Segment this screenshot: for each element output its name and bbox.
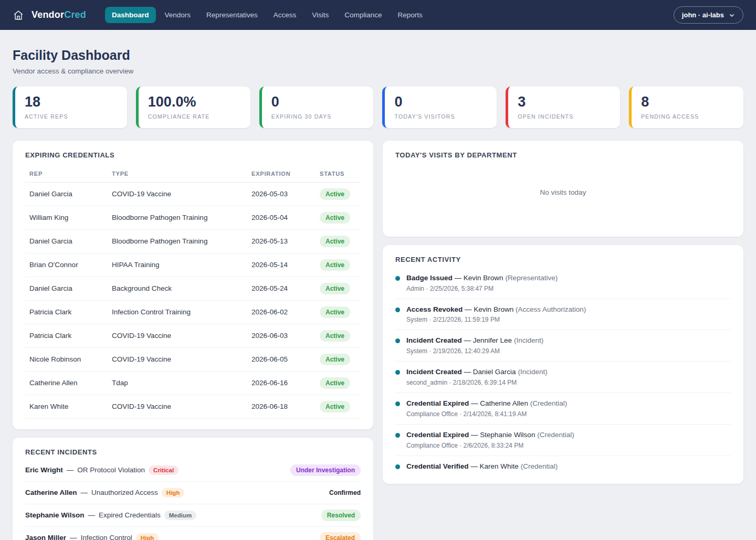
recent-incidents-card: RECENT INCIDENTS Eric Wright — OR Protoc… [13,438,373,540]
activity-entity-type: (Credential) [537,431,574,439]
activity-item: Incident Created — Jennifer Lee (Inciden… [395,330,731,362]
cell-rep: Karen White [29,403,112,410]
column-header-expiration: EXPIRATION [251,171,320,177]
nav-item[interactable]: Representatives [200,7,265,23]
cell-expiration: 2026-06-02 [251,308,320,316]
table-row: Nicole Robinson COVID-19 Vaccine 2026-06… [25,348,361,372]
incident-dash: — [81,489,88,496]
cell-rep: Daniel Garcia [29,284,112,292]
activity-action: Incident Created [406,368,462,376]
cell-expiration: 2026-05-03 [251,190,320,198]
activity-meta: Admin · 2/25/2026, 5:38:47 PM [406,285,558,292]
dashboard-content: Facility Dashboard Vendor access & compl… [0,30,756,540]
stat-card: 100.0% COMPLIANCE RATE [136,87,250,128]
activity-meta: System · 2/21/2026, 11:59:19 PM [406,316,586,323]
activity-item: Incident Created — Daniel Garcia (Incide… [395,362,731,393]
activity-dash: — [455,274,462,282]
nav-item[interactable]: Access [267,7,303,23]
cell-type: Bloodborne Pathogen Training [112,237,251,245]
activity-dot-icon [395,276,400,281]
incident-name: Eric Wright [25,466,63,474]
activity-entity-type: (Credential) [521,462,558,470]
activity-person: Daniel Garcia [473,368,516,376]
app-logo: VendorCred [32,9,86,20]
table-row: Daniel Garcia COVID-19 Vaccine 2026-05-0… [25,183,361,206]
activity-title: Credential Expired — Stephanie Wilson (C… [406,431,574,440]
nav-item[interactable]: Vendors [158,7,198,23]
cell-type: COVID-19 Vaccine [112,355,251,363]
table-row: Patricia Clark COVID-19 Vaccine 2026-06-… [25,324,361,348]
activity-meta: Compliance Office · 2/6/2026, 8:33:24 PM [406,442,574,449]
status-badge: Active [320,212,350,224]
cell-rep: Nicole Robinson [29,355,112,363]
stat-value: 3 [518,94,611,110]
status-badge: Active [320,188,350,200]
table-row: Daniel Garcia Background Check 2026-05-2… [25,277,361,301]
cell-type: COVID-19 Vaccine [112,403,251,410]
user-menu-button[interactable]: john · ai-labs [674,6,743,24]
table-row: Daniel Garcia Bloodborne Pathogen Traini… [25,230,361,253]
cell-type: HIPAA Training [112,261,251,269]
activity-person: Karen White [480,462,519,470]
page-subtitle: Vendor access & compliance overview [13,67,743,75]
status-badge: Active [320,306,350,318]
column-header-rep: REP [29,171,112,177]
column-header-type: TYPE [112,171,251,177]
nav-item[interactable]: Dashboard [105,7,156,23]
activity-title: Access Revoked — Kevin Brown (Access Aut… [406,305,586,314]
incident-dash: — [88,511,95,519]
incident-dash: — [67,466,74,474]
cell-rep: Daniel Garcia [29,190,112,198]
severity-badge: Critical [149,465,178,475]
incident-name: Stephanie Wilson [25,511,84,519]
expiring-credentials-card: EXPIRING CREDENTIALS REP TYPE EXPIRATION… [13,141,373,429]
incident-status-badge: Escalated [320,532,361,540]
incident-description: Expired Credentials [99,511,161,519]
stat-label: PENDING ACCESS [641,113,734,120]
nav-item[interactable]: Compliance [338,7,388,23]
table-row: Karen White COVID-19 Vaccine 2026-06-18 … [25,395,361,419]
expiring-credentials-table: REP TYPE EXPIRATION STATUS Daniel Garcia… [25,165,361,419]
status-badge: Active [320,354,350,365]
status-badge: Active [320,377,350,389]
cell-type: Background Check [112,284,251,292]
cell-rep: William King [29,214,112,221]
table-row: William King Bloodborne Pathogen Trainin… [25,206,361,230]
cell-rep: Brian O'Connor [29,261,112,269]
activity-item: Access Revoked — Kevin Brown (Access Aut… [395,299,731,331]
incident-status-badge: Under Investigation [290,464,361,476]
incident-description: OR Protocol Violation [77,466,145,474]
stat-label: OPEN INCIDENTS [518,113,611,120]
activity-dash: — [464,336,471,344]
stat-card: 0 TODAY'S VISITORS [382,87,497,128]
cell-expiration: 2026-06-05 [251,355,320,363]
activity-person: Stephanie Wilson [480,431,535,439]
nav-item[interactable]: Visits [305,7,335,23]
status-badge: Active [320,401,350,412]
cell-type: Infection Control Training [112,308,251,316]
severity-badge: Medium [164,511,196,520]
expiring-credentials-title: EXPIRING CREDENTIALS [25,151,361,159]
cell-type: COVID-19 Vaccine [112,190,251,198]
status-badge: Active [320,259,350,271]
stat-card: 0 EXPIRING 30 DAYS [259,87,374,128]
activity-item: Credential Expired — Catherine Allen (Cr… [395,393,731,425]
nav-item[interactable]: Reports [391,7,429,23]
stat-label: EXPIRING 30 DAYS [271,113,364,120]
home-icon[interactable] [13,9,24,21]
activity-meta: Compliance Office · 2/14/2026, 8:41:19 A… [406,410,567,418]
activity-person: Jennifer Lee [473,336,512,344]
recent-activity-card: RECENT ACTIVITY Badge Issued — Kevin Bro… [383,245,743,484]
table-row: Brian O'Connor HIPAA Training 2026-05-14… [25,253,361,277]
stat-card: 18 ACTIVE REPS [13,87,127,128]
activity-person: Kevin Brown [464,274,503,282]
chevron-down-icon [729,12,735,18]
cell-expiration: 2026-05-13 [251,237,320,245]
incident-description: Infection Control [81,534,132,540]
incident-row: Eric Wright — OR Protocol Violation Crit… [25,459,361,482]
cell-expiration: 2026-05-04 [251,214,320,221]
top-navbar: VendorCred Dashboard Vendors Representat… [0,0,756,30]
activity-action: Incident Created [406,336,462,344]
status-badge: Active [320,283,350,294]
activity-action: Credential Verified [406,462,469,470]
